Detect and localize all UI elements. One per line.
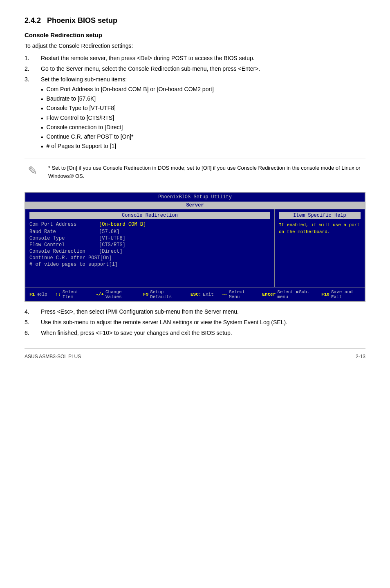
footer-left: ASUS ASMB3-SOL PLUS bbox=[25, 354, 81, 359]
bios-footer-arrows: ↑↓ Select Item bbox=[56, 289, 88, 299]
step-3: 3. Set the following sub-menu items: •Co… bbox=[25, 76, 365, 152]
intro-text: To adjust the Console Redirection settin… bbox=[25, 43, 365, 49]
bios-main-area: Console Redirection Com Port Address [On… bbox=[25, 209, 365, 287]
step-4: 4. Press <Esc>, then select IPMI Configu… bbox=[25, 308, 365, 315]
step-2: 2. Go to the Server menu, select the Con… bbox=[25, 65, 365, 72]
bios-help-text: If enabled, it will use a port on the mo… bbox=[279, 222, 361, 235]
footer-right: 2-13 bbox=[356, 354, 365, 359]
bullet-list: •Com Port Address to [On-board COM B] or… bbox=[41, 86, 365, 150]
footer-divider bbox=[25, 348, 365, 349]
bullet-2: •Baudrate to [57.6K] bbox=[41, 95, 365, 103]
bios-footer-enter: Enter Select ▶Sub-menu bbox=[262, 289, 313, 299]
bios-title: PhoenixBIOS Setup Utility bbox=[25, 193, 365, 202]
page-footer: ASUS ASMB3-SOL PLUS 2-13 bbox=[25, 354, 365, 359]
bios-right-header: Item Specific Help bbox=[279, 212, 361, 219]
step-1: 1. Restart the remote server, then press… bbox=[25, 55, 365, 61]
bios-footer-f10: F10 Save and Exit bbox=[321, 289, 361, 299]
step-6: 6. When finished, press <F10> to save yo… bbox=[25, 330, 365, 336]
bios-console-type: Console Type [VT-UTF8] bbox=[29, 236, 270, 241]
bios-right-panel: Item Specific Help If enabled, it will u… bbox=[275, 209, 365, 287]
later-steps-list: 4. Press <Esc>, then select IPMI Configu… bbox=[25, 308, 365, 336]
bios-server-tab: Server bbox=[25, 202, 365, 209]
bios-flow-control: Flow Control [CTS/RTS] bbox=[29, 242, 270, 248]
bios-left-header: Console Redirection bbox=[29, 212, 270, 219]
bios-footer-menu: →← Select Menu bbox=[222, 289, 254, 299]
subsection-title: Console Redirection setup bbox=[25, 31, 365, 38]
note-box: ✎ * Set to [On] if you use Console Redir… bbox=[25, 159, 365, 185]
bullet-7: •# of Pages to Support to [1] bbox=[41, 143, 365, 150]
note-text: * Set to [On] if you use Console Redirec… bbox=[48, 164, 362, 180]
bullet-3: •Console Type to [VT-UTF8] bbox=[41, 105, 365, 112]
bullet-1: •Com Port Address to [On-board COM B] or… bbox=[41, 86, 365, 94]
bios-baud-rate: Baud Rate [57.6K] bbox=[29, 229, 270, 235]
bullet-6: •Continue C.R. after POST to [On]* bbox=[41, 133, 365, 141]
section-title: 2.4.2 Phoenix BIOS setup bbox=[25, 16, 365, 25]
steps-list: 1. Restart the remote server, then press… bbox=[25, 55, 365, 152]
bios-continue-cr: Continue C.R. after POST [On] bbox=[29, 255, 270, 261]
bios-footer-f1: F1 Help bbox=[29, 289, 47, 299]
bios-footer-f9: F9 Setup Defaults bbox=[143, 289, 182, 299]
bios-com-port-row: Com Port Address [On-board COM B] bbox=[29, 222, 270, 227]
note-icon: ✎ bbox=[28, 164, 43, 177]
bios-footer: F1 Help ↑↓ Select Item -/+ Change Values… bbox=[25, 287, 365, 301]
step-5: 5. Use this sub-menu to adjust the remot… bbox=[25, 319, 365, 325]
bullet-5: •Console connection to [Direct] bbox=[41, 124, 365, 132]
bios-items-group: Baud Rate [57.6K] Console Type [VT-UTF8]… bbox=[29, 229, 270, 267]
bios-left-panel: Console Redirection Com Port Address [On… bbox=[25, 209, 275, 287]
bios-video-pages: # of video pages to support [1] bbox=[29, 262, 270, 267]
bios-screen: PhoenixBIOS Setup Utility Server Console… bbox=[25, 192, 365, 302]
bios-footer-esc: ESC: Exit bbox=[191, 289, 214, 299]
bios-footer-change: -/+ Change Values bbox=[96, 289, 135, 299]
bullet-4: •Flow Control to [CTS/RTS] bbox=[41, 114, 365, 122]
bios-console-redirection: Console Redirection [Direct] bbox=[29, 249, 270, 254]
